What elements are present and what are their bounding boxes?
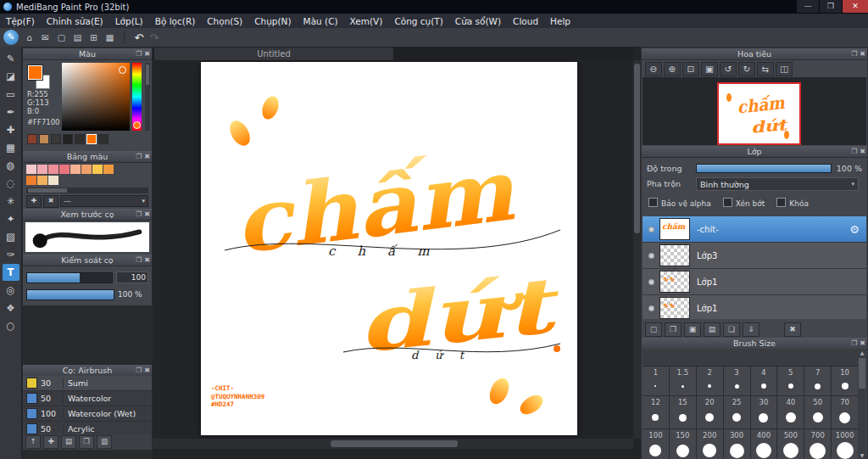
color-swatch[interactable]: [63, 134, 73, 144]
close-panel-icon[interactable]: ✖: [860, 48, 865, 59]
menu-item-0[interactable]: Tệp(F): [0, 14, 41, 28]
layer-row-3[interactable]: ∿∿Lớp1: [643, 295, 866, 319]
popout-icon[interactable]: ❐: [136, 48, 142, 59]
menu-item-2[interactable]: Lớp(L): [109, 14, 149, 28]
brush-size-400[interactable]: 400: [751, 429, 777, 459]
zoom-fit-icon[interactable]: ⊡: [682, 62, 699, 76]
new-folder-icon[interactable]: ▣: [684, 322, 701, 337]
duplicate-layer-icon[interactable]: ❐: [665, 322, 682, 337]
brush-size-slider[interactable]: [26, 272, 113, 283]
copy-layer-icon[interactable]: ❏: [723, 322, 740, 337]
brush-item-3[interactable]: 50Acrylic: [23, 422, 152, 434]
clipboard-icon[interactable]: ▢: [54, 31, 69, 44]
close-panel-icon[interactable]: ✖: [144, 365, 150, 376]
layer-visibility-dot[interactable]: [648, 279, 654, 285]
menu-item-8[interactable]: Công cụ(T): [388, 14, 448, 28]
layer-visibility-dot[interactable]: [648, 305, 654, 311]
brush-item-1[interactable]: 50Watercolor: [23, 391, 152, 406]
color-swatch[interactable]: [51, 134, 61, 144]
color-panel-scrollbar[interactable]: [145, 63, 150, 131]
redo-icon[interactable]: ↷: [147, 31, 162, 44]
brush-size-20[interactable]: 20: [697, 396, 723, 428]
document-icon[interactable]: ▤: [70, 31, 85, 44]
menu-item-5[interactable]: Chụp(N): [248, 14, 297, 28]
popout-icon[interactable]: ❐: [136, 151, 142, 162]
popout-icon[interactable]: ❐: [851, 146, 857, 157]
undo-icon[interactable]: ↶: [131, 31, 147, 44]
color-swatch[interactable]: [81, 165, 92, 174]
palette-scrollbar[interactable]: [26, 188, 148, 193]
zoom-out-icon[interactable]: ⊖: [645, 62, 662, 76]
hscroll-thumb[interactable]: [331, 440, 458, 447]
color-swatch[interactable]: [92, 165, 103, 174]
close-panel-icon[interactable]: ✖: [144, 48, 150, 59]
menu-item-3[interactable]: Bộ lọc(R): [149, 14, 202, 28]
canvas-page[interactable]: chấm chấm dứt dứt -CHIT- @TUQUYNHANH309 …: [201, 62, 577, 435]
color-swatch[interactable]: [27, 134, 37, 144]
navigator-thumbnail[interactable]: chấm dứt: [717, 82, 801, 145]
brush-size-150[interactable]: 150: [670, 429, 696, 459]
layer-visibility-dot[interactable]: [648, 253, 654, 259]
protect-alpha-checkbox[interactable]: Bảo vệ alpha: [648, 198, 711, 208]
blend-mode-dropdown[interactable]: Bình thường ▾: [696, 177, 859, 191]
brush-opacity-slider[interactable]: [26, 289, 114, 300]
close-panel-icon[interactable]: ✖: [860, 146, 865, 157]
path-tool[interactable]: ✑: [3, 246, 19, 263]
brush-size-scrollbar[interactable]: ▲ ▼: [858, 349, 866, 459]
color-swatch[interactable]: [70, 165, 81, 174]
gradient-tool[interactable]: ▧: [3, 228, 19, 245]
layer-opacity-slider[interactable]: [696, 164, 832, 173]
brush-size-12[interactable]: 12: [643, 396, 669, 428]
menu-item-9[interactable]: Cửa sổ(W): [449, 14, 507, 28]
text-tool[interactable]: T: [3, 264, 19, 281]
color-swatch[interactable]: [59, 165, 70, 174]
select-tool[interactable]: ▦: [3, 139, 19, 156]
color-swatch[interactable]: [103, 165, 114, 174]
add-color-button[interactable]: ✚: [26, 195, 42, 208]
close-panel-icon[interactable]: ✖: [144, 255, 150, 266]
duplicate-brush-icon[interactable]: ❐: [79, 435, 94, 449]
vertical-scrollbar[interactable]: [633, 60, 641, 439]
brush-menu-icon[interactable]: ▥: [97, 435, 112, 449]
color-swatch[interactable]: [26, 165, 36, 174]
brush-item-2[interactable]: 100Watercolor (Wet): [23, 406, 152, 422]
zoom-actual-icon[interactable]: ▣: [701, 62, 718, 76]
close-panel-icon[interactable]: ✖: [144, 151, 150, 162]
menu-item-10[interactable]: Cloud: [507, 14, 544, 28]
brush-size-1[interactable]: 1: [643, 367, 669, 395]
message-icon[interactable]: ✉: [38, 31, 53, 44]
brush-size-200[interactable]: 200: [697, 429, 723, 459]
delete-layer-icon[interactable]: ✖: [784, 322, 801, 337]
brush-size-10[interactable]: 10: [832, 367, 858, 395]
layer-row-2[interactable]: ∿∿Lớp1: [643, 269, 866, 295]
hue-marker[interactable]: [133, 121, 141, 129]
layer-visibility-dot[interactable]: [648, 227, 654, 232]
grid-icon[interactable]: ⊞: [86, 31, 101, 44]
brush-size-7[interactable]: 7: [804, 367, 831, 395]
bs-scroll-thumb[interactable]: [859, 358, 865, 389]
brush-item-0[interactable]: 30Sumi: [23, 376, 152, 391]
color-swatch[interactable]: [39, 134, 49, 144]
wand-tool[interactable]: ✳: [3, 193, 19, 210]
color-swatch[interactable]: [37, 165, 47, 174]
pen-tool[interactable]: ✒: [3, 104, 19, 120]
scroll-down-icon[interactable]: ▼: [858, 451, 866, 459]
add-brush-icon[interactable]: ✚: [43, 435, 58, 449]
lasso-tool[interactable]: ◌: [3, 175, 19, 192]
brush-size-1000[interactable]: 1000: [832, 429, 858, 459]
foreground-color-swatch[interactable]: [28, 65, 42, 80]
brush-size-25[interactable]: 25: [724, 396, 750, 428]
brush-size-300[interactable]: 300: [724, 429, 750, 459]
brush-size-700[interactable]: 700: [804, 429, 831, 459]
zoom-tool[interactable]: ○: [3, 317, 19, 334]
scroll-up-icon[interactable]: ↑: [25, 435, 41, 449]
lock-checkbox[interactable]: Khóa: [776, 198, 809, 208]
color-swatch[interactable]: [48, 165, 58, 174]
scroll-up-icon[interactable]: ▲: [858, 349, 866, 356]
color-swatch[interactable]: [48, 176, 58, 185]
menu-item-6[interactable]: Màu (C): [298, 14, 344, 28]
delete-color-button[interactable]: ✖: [43, 195, 58, 208]
close-button[interactable]: ✕: [843, 0, 868, 13]
brush-size-15[interactable]: 15: [670, 396, 696, 428]
brush-size-70[interactable]: 70: [832, 396, 858, 428]
